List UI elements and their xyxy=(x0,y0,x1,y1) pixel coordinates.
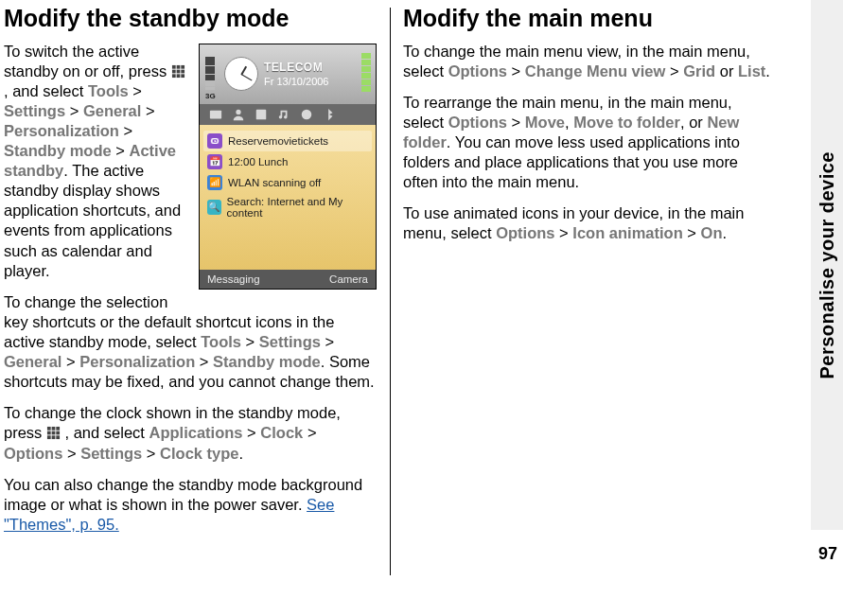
para-mainmenu-1: To change the main menu view, in the mai… xyxy=(403,42,776,81)
standby-row-label: WLAN scanning off xyxy=(228,177,321,188)
text: . xyxy=(765,62,770,79)
messaging-icon xyxy=(209,108,222,121)
menu-item: On xyxy=(701,224,723,241)
clock-icon xyxy=(224,57,258,91)
svg-rect-14 xyxy=(52,427,56,431)
menu-key-icon xyxy=(171,63,185,78)
menu-item: Options xyxy=(448,62,507,79)
phone-softkeys: Messaging Camera xyxy=(200,270,376,289)
standby-row-label: Reservemovietickets xyxy=(228,135,328,147)
svg-rect-5 xyxy=(176,65,180,69)
standby-row: 📅 12:00 Lunch xyxy=(203,151,372,172)
music-icon xyxy=(277,108,290,121)
ticket-icon: 🎟 xyxy=(207,133,222,149)
text: . The active standby display shows appli… xyxy=(4,162,181,279)
side-tab-label: Personalise your device xyxy=(817,151,838,379)
svg-rect-19 xyxy=(47,436,51,440)
standby-row: 🎟 Reservemovietickets xyxy=(203,131,372,151)
phone-body: 🎟 Reservemovietickets 📅 12:00 Lunch 📶 WL… xyxy=(200,125,376,272)
para-standby-3: To change the clock shown in the standby… xyxy=(4,403,377,463)
phone-screenshot: 3G TELECOM Fr 13/10/2006 xyxy=(199,44,377,290)
softkey-left: Messaging xyxy=(207,273,260,285)
web-icon xyxy=(300,108,313,121)
menu-item: Settings xyxy=(4,102,65,119)
text: , and select xyxy=(4,82,88,99)
menu-item: Options xyxy=(496,224,554,241)
battery-indicator xyxy=(361,53,371,96)
calendar-icon: 📅 xyxy=(207,154,222,169)
menu-item: Clock type xyxy=(160,445,238,462)
page-number: 97 xyxy=(818,544,837,564)
menu-item: Settings xyxy=(259,333,321,350)
menu-item: Options xyxy=(4,445,62,462)
svg-rect-10 xyxy=(172,74,176,78)
svg-rect-20 xyxy=(52,436,56,440)
svg-rect-15 xyxy=(56,427,60,431)
svg-point-3 xyxy=(302,109,312,119)
standby-row: 🔍 Search: Internet and My content xyxy=(203,193,372,221)
svg-rect-7 xyxy=(172,69,176,73)
text: To switch the active standby on or off, … xyxy=(4,43,171,79)
text: . You can move less used applications in… xyxy=(403,133,740,190)
menu-item: List xyxy=(738,62,765,79)
svg-rect-13 xyxy=(47,427,51,431)
menu-item: Options xyxy=(448,114,507,131)
text: or xyxy=(715,62,738,79)
svg-rect-11 xyxy=(176,74,180,78)
standby-row: 📶 WLAN scanning off xyxy=(203,172,372,193)
para-standby-4: You can also change the standby mode bac… xyxy=(4,475,377,535)
menu-item: Move to folder xyxy=(573,114,680,131)
svg-rect-8 xyxy=(176,69,180,73)
svg-rect-18 xyxy=(56,431,60,435)
para-mainmenu-2: To rearrange the main menu, in the main … xyxy=(403,93,776,193)
text: , or xyxy=(680,114,707,131)
menu-item: Standby mode xyxy=(4,142,112,159)
left-column: Modify the standby mode 3G TELECOM Fr 13… xyxy=(0,0,390,616)
signal-indicator: 3G xyxy=(205,47,219,100)
standby-row-label: 12:00 Lunch xyxy=(228,156,288,167)
network-3g-label: 3G xyxy=(205,92,219,100)
side-tab: Personalise your device xyxy=(811,0,843,530)
para-mainmenu-3: To use animated icons in your device, in… xyxy=(403,203,776,243)
bluetooth-icon xyxy=(323,108,336,121)
search-icon: 🔍 xyxy=(207,200,221,215)
menu-item: Icon animation xyxy=(572,224,682,241)
menu-item: Personalization xyxy=(79,353,195,370)
wlan-icon: 📶 xyxy=(207,175,222,190)
svg-rect-2 xyxy=(256,109,267,119)
menu-item: Clock xyxy=(260,424,303,441)
heading-standby: Modify the standby mode xyxy=(4,6,377,32)
gallery-icon xyxy=(255,108,268,121)
menu-item: Tools xyxy=(88,82,129,99)
svg-rect-12 xyxy=(181,74,184,78)
menu-item: General xyxy=(4,353,61,370)
svg-rect-16 xyxy=(47,431,51,435)
svg-rect-9 xyxy=(181,69,184,73)
svg-rect-17 xyxy=(52,431,56,435)
svg-rect-0 xyxy=(210,110,221,118)
menu-item: Move xyxy=(525,114,565,131)
carrier-label: TELECOM xyxy=(264,61,329,74)
menu-key-icon xyxy=(46,425,61,439)
heading-mainmenu: Modify the main menu xyxy=(403,6,776,32)
right-column: Modify the main menu To change the main … xyxy=(390,0,780,616)
phone-statusbar: 3G TELECOM Fr 13/10/2006 xyxy=(200,44,376,104)
date-label: Fr 13/10/2006 xyxy=(264,76,329,87)
text: . xyxy=(722,224,727,241)
text: . xyxy=(239,445,244,462)
menu-item: General xyxy=(83,102,141,119)
menu-item: Grid xyxy=(683,62,715,79)
menu-item: Applications xyxy=(149,424,243,441)
text: , and select xyxy=(61,424,149,441)
svg-rect-4 xyxy=(172,65,176,69)
standby-row-label: Search: Internet and My content xyxy=(227,196,368,219)
softkey-right: Camera xyxy=(329,273,368,285)
svg-point-1 xyxy=(236,109,240,114)
menu-item: Change Menu view xyxy=(525,62,666,79)
svg-rect-6 xyxy=(181,65,184,69)
para-standby-2: To change the selection key shortcuts or… xyxy=(4,292,377,393)
svg-rect-21 xyxy=(56,436,60,440)
contacts-icon xyxy=(232,108,245,121)
menu-item: Settings xyxy=(80,445,142,462)
menu-item: Personalization xyxy=(4,122,119,139)
